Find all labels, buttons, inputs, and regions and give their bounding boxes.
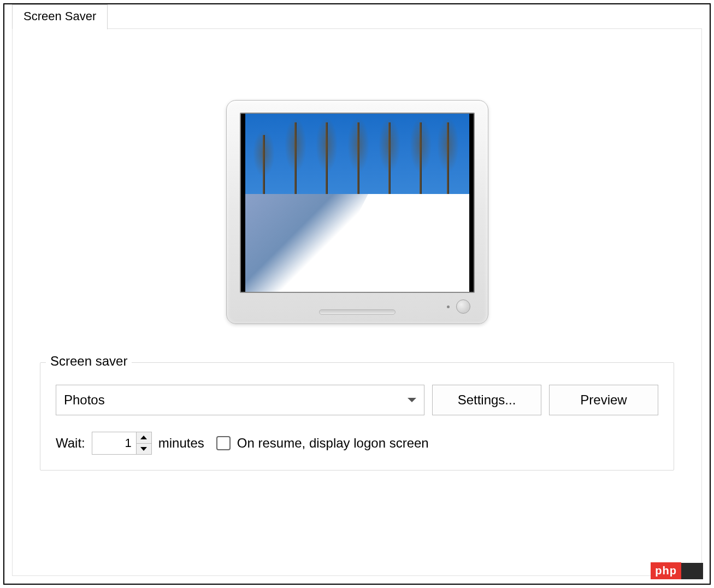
photo-tree xyxy=(388,122,391,203)
resume-logon-label: On resume, display logon screen xyxy=(237,436,429,451)
photo-tree xyxy=(420,122,422,203)
resume-logon-checkbox[interactable] xyxy=(216,436,231,450)
php-watermark: php xyxy=(651,562,703,579)
monitor-body xyxy=(226,100,488,324)
wait-input[interactable] xyxy=(92,432,136,454)
monitor-preview xyxy=(226,100,488,330)
monitor-power-button xyxy=(456,299,470,314)
chevron-down-icon xyxy=(408,398,416,402)
saver-select-row: Photos Settings... Preview xyxy=(56,385,658,415)
arrow-up-icon xyxy=(140,436,147,439)
dropdown-value: Photos xyxy=(64,392,105,408)
monitor-led xyxy=(447,305,450,308)
wait-spinner[interactable] xyxy=(92,432,152,455)
photo-tree xyxy=(357,122,359,203)
spinner-buttons xyxy=(136,432,151,454)
settings-button[interactable]: Settings... xyxy=(432,385,541,415)
wait-row: Wait: minutes On resume, display logon s… xyxy=(56,432,658,455)
photo-tree xyxy=(263,135,265,203)
button-label: Preview xyxy=(580,392,627,407)
preview-photo xyxy=(245,114,469,292)
screen-saver-dialog: Screen Saver xyxy=(3,3,711,585)
screen-saver-group: Screen saver Photos Settings... Preview … xyxy=(40,362,674,471)
photo-tree xyxy=(447,122,449,203)
php-badge-text: php xyxy=(651,562,681,579)
php-badge-dark xyxy=(681,563,703,579)
group-label: Screen saver xyxy=(46,354,132,369)
monitor-notch xyxy=(319,309,396,315)
tab-screen-saver[interactable]: Screen Saver xyxy=(12,4,108,30)
button-label: Settings... xyxy=(458,392,516,407)
screen-saver-dropdown[interactable]: Photos xyxy=(56,385,424,415)
tab-label: Screen Saver xyxy=(23,9,96,23)
monitor-screen xyxy=(240,113,475,293)
wait-label: Wait: xyxy=(56,436,85,451)
minutes-label: minutes xyxy=(158,436,204,451)
spinner-down-button[interactable] xyxy=(137,444,151,455)
tab-content: Screen saver Photos Settings... Preview … xyxy=(12,28,702,576)
preview-button[interactable]: Preview xyxy=(549,385,658,415)
photo-tree xyxy=(326,122,328,203)
spinner-up-button[interactable] xyxy=(137,432,151,444)
arrow-down-icon xyxy=(140,447,147,451)
photo-tree xyxy=(294,122,297,203)
